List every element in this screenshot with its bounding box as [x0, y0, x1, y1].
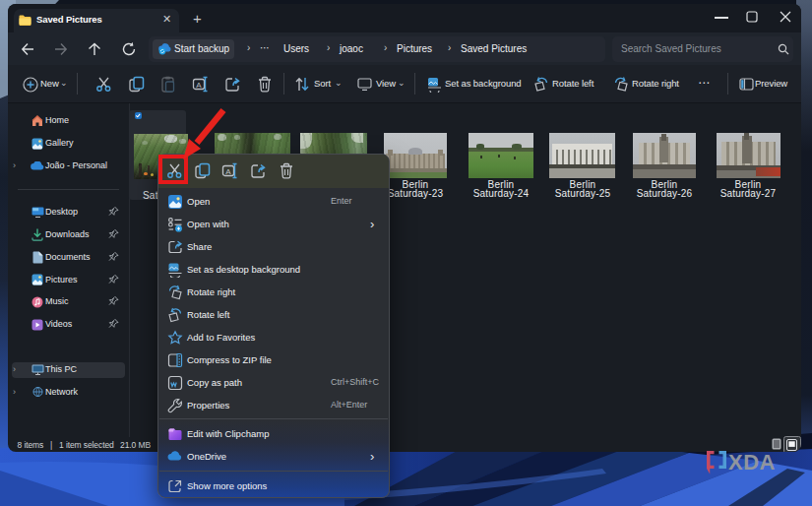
svg-text:A: A: [225, 166, 231, 175]
svg-text:XDA: XDA: [728, 450, 776, 474]
svg-text:A: A: [196, 81, 202, 90]
